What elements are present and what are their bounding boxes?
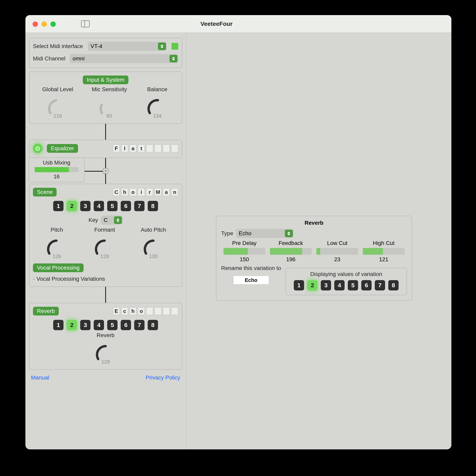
midi-panel: Select Midi interface VT-4 Midi Channel … [29,38,182,68]
midi-interface-select[interactable]: VT-4 [88,42,167,51]
reverb-button-5[interactable]: 5 [107,320,118,330]
letter-cell[interactable]: E [113,307,120,315]
scene-button-5[interactable]: 5 [107,201,118,211]
letter-cell[interactable]: c [121,307,128,315]
letter-cell[interactable]: a [163,188,170,196]
minimize-icon[interactable] [41,21,47,27]
sidebar-toggle-icon[interactable] [81,20,90,27]
vp-variations-disclosure[interactable]: › Vocal Processing Variations [33,276,178,282]
slider-value: 23 [334,256,340,263]
reverb-button-6[interactable]: 6 [121,320,131,330]
knob-value: 128 [101,359,110,365]
knob-pitch[interactable]: Pitch126 [45,227,68,259]
usb-mixing-label: Usb Mixing [43,160,70,166]
variation-button-1[interactable]: 1 [294,280,304,291]
reverb-button-1[interactable]: 1 [53,320,64,330]
reverb-button-3[interactable]: 3 [80,320,90,330]
knob-auto-pitch[interactable]: Auto Pitch130 [141,227,166,259]
type-label: Type [221,230,233,237]
slider-label: Feedback [279,240,303,246]
app-window: VeeteeFour Select Midi interface VT-4 Mi… [25,15,451,449]
variation-button-3[interactable]: 3 [321,280,331,291]
letter-cell[interactable]: o [129,188,136,196]
scene-button-1[interactable]: 1 [53,201,64,211]
scene-button-7[interactable]: 7 [134,201,145,211]
slider-high-cut[interactable]: High Cut121 [362,240,406,263]
equalizer-name-field[interactable]: Flat [113,145,178,152]
letter-cell[interactable]: h [121,188,128,196]
knob-reverb[interactable]: Reverb128 [94,332,117,365]
scene-button-6[interactable]: 6 [121,201,131,211]
scene-button-2[interactable]: 2 [67,201,77,211]
variation-button-2[interactable]: 2 [307,280,318,291]
variation-label: Displaying values of variation [310,271,382,277]
power-icon[interactable] [33,144,42,153]
slider-low-cut[interactable]: Low Cut23 [315,240,359,263]
scene-button-8[interactable]: 8 [148,201,158,211]
letter-cell[interactable] [171,307,178,315]
reverb-button-8[interactable]: 8 [148,320,158,330]
chevron-updown-icon [158,42,166,50]
letter-cell[interactable] [163,307,170,315]
letter-cell[interactable] [146,145,153,152]
knob-global-level[interactable]: Global Level116 [42,86,73,119]
key-select[interactable]: C [101,216,123,225]
slider-track[interactable] [270,248,312,255]
knob-mic-sensitivity[interactable]: Mic Sensitivity60 [92,86,127,119]
manual-link[interactable]: Manual [31,374,49,381]
letter-cell[interactable]: M [154,188,162,196]
slider-pre-delay[interactable]: Pre Delay150 [222,240,266,263]
midi-channel-label: Midi Channel [33,55,65,62]
letter-cell[interactable]: i [138,188,145,196]
letter-cell[interactable] [154,307,162,315]
knob-label: Auto Pitch [141,227,166,233]
letter-cell[interactable]: h [129,307,136,315]
usb-mixing-panel: Usb Mixing 16 [29,158,85,182]
knob-formant[interactable]: Formant128 [93,227,116,259]
letter-cell[interactable]: n [171,188,178,196]
variation-button-7[interactable]: 7 [375,280,385,291]
letter-cell[interactable]: r [146,188,153,196]
letter-cell[interactable]: a [129,145,136,152]
letter-cell[interactable]: o [138,307,145,315]
footer: Manual Privacy Policy [29,373,182,385]
zoom-icon[interactable] [51,21,56,27]
slider-track[interactable] [223,248,265,255]
reverb-button-4[interactable]: 4 [94,320,104,330]
rename-input[interactable]: Echo [233,276,269,284]
sidebar: Select Midi interface VT-4 Midi Channel … [25,33,186,449]
letter-cell[interactable] [171,145,178,152]
scene-name-field[interactable]: ChoirMan [113,188,178,196]
variation-button-5[interactable]: 5 [348,280,358,291]
close-icon[interactable] [33,21,38,27]
letter-cell[interactable] [163,145,170,152]
midi-activity-led [171,43,178,50]
reverb-button-2[interactable]: 2 [67,320,77,330]
usb-mixing-slider[interactable] [35,167,78,172]
knob-balance[interactable]: Balance134 [146,86,169,119]
letter-cell[interactable]: F [113,145,120,152]
reverb-name-field[interactable]: Echo [113,307,178,315]
variation-button-6[interactable]: 6 [361,280,372,291]
privacy-link[interactable]: Privacy Policy [146,374,180,381]
slider-value: 121 [379,256,389,263]
slider-label: Pre Delay [232,240,257,246]
add-node-icon[interactable]: + [103,168,108,174]
reverb-numpad: 12345678 [33,320,178,330]
type-select[interactable]: Echo [236,229,294,238]
scene-button-4[interactable]: 4 [94,201,104,211]
slider-track[interactable] [316,248,358,255]
slider-feedback[interactable]: Feedback196 [269,240,313,263]
reverb-button-7[interactable]: 7 [134,320,145,330]
variation-button-4[interactable]: 4 [334,280,345,291]
letter-cell[interactable]: t [138,145,145,152]
slider-track[interactable] [363,248,405,255]
letter-cell[interactable] [154,145,162,152]
variation-button-8[interactable]: 8 [388,280,399,291]
letter-cell[interactable]: l [121,145,128,152]
letter-cell[interactable] [146,307,153,315]
variation-selector-panel: Displaying values of variation 12345678 [286,268,407,295]
midi-channel-select[interactable]: omni [70,54,178,63]
scene-button-3[interactable]: 3 [80,201,90,211]
letter-cell[interactable]: C [113,188,120,196]
